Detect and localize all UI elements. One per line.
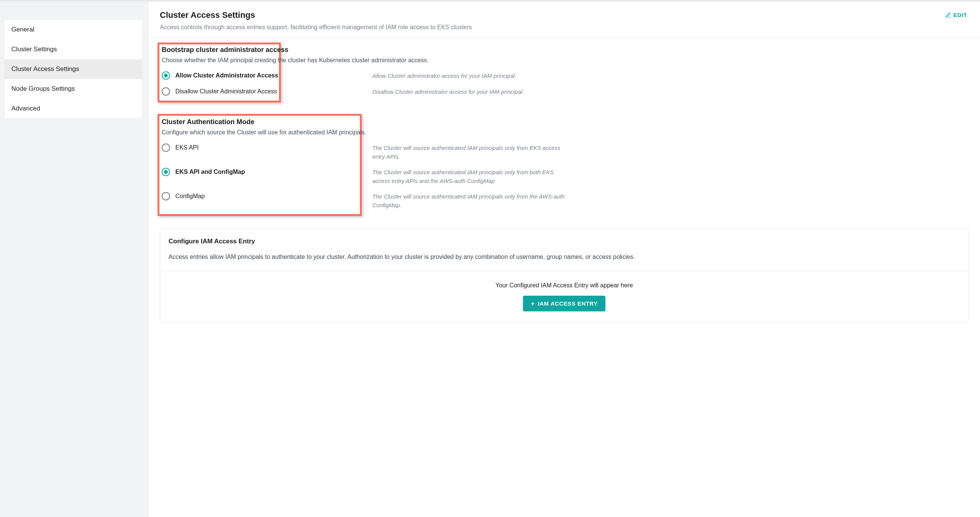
option-label: ConfigMap — [175, 193, 205, 200]
sidebar-item-general[interactable]: General — [5, 20, 142, 40]
iam-card-desc: Access entries allow IAM principals to a… — [169, 252, 960, 262]
option-allow-admin[interactable]: Allow Cluster Administrator Access Allow… — [162, 69, 572, 83]
edit-button-label: EDIT — [953, 12, 967, 18]
radio-eks-api-and-configmap[interactable] — [162, 168, 170, 176]
main-panel: Cluster Access Settings Access controls … — [148, 2, 980, 517]
option-label: Allow Cluster Administrator Access — [175, 72, 278, 79]
bootstrap-desc: Choose whether the IAM principal creatin… — [162, 57, 572, 64]
radio-allow-admin[interactable] — [162, 72, 170, 80]
option-help: Allow Cluster administrator access for y… — [372, 72, 516, 81]
settings-sidebar: General Cluster Settings Cluster Access … — [5, 20, 142, 118]
radio-disallow-admin[interactable] — [162, 87, 170, 95]
option-label: EKS API — [175, 144, 199, 151]
sidebar-item-cluster-access-settings[interactable]: Cluster Access Settings — [5, 59, 142, 79]
pencil-icon — [945, 12, 951, 18]
page-title: Cluster Access Settings — [160, 10, 472, 20]
option-label: EKS API and ConfigMap — [175, 169, 245, 175]
option-disallow-admin[interactable]: Disallow Cluster Administrator Access Di… — [162, 85, 572, 99]
iam-empty-message: Your Configured IAM Access Entry will ap… — [169, 282, 960, 289]
edit-button[interactable]: EDIT — [943, 10, 969, 20]
sidebar-item-cluster-settings[interactable]: Cluster Settings — [5, 40, 142, 59]
sidebar-item-advanced[interactable]: Advanced — [5, 99, 142, 118]
add-iam-access-entry-label: IAM ACCESS ENTRY — [538, 300, 598, 307]
option-help: The Cluster will source authenticated IA… — [372, 192, 570, 210]
option-label: Disallow Cluster Administrator Access — [175, 88, 277, 95]
radio-eks-api[interactable] — [162, 143, 170, 152]
iam-access-entry-card: Configure IAM Access Entry Access entrie… — [160, 229, 969, 322]
add-iam-access-entry-button[interactable]: + IAM ACCESS ENTRY — [523, 296, 605, 311]
radio-configmap[interactable] — [162, 192, 170, 200]
iam-card-title: Configure IAM Access Entry — [169, 238, 960, 245]
option-configmap[interactable]: ConfigMap The Cluster will source authen… — [162, 190, 572, 212]
auth-mode-section: Cluster Authentication Mode Configure wh… — [148, 108, 980, 222]
authmode-desc: Configure which source the Cluster will … — [162, 129, 572, 136]
option-eks-api[interactable]: EKS API The Cluster will source authenti… — [162, 141, 572, 163]
plus-icon: + — [531, 300, 535, 307]
page-subtitle: Access controls through access entries s… — [160, 24, 472, 31]
option-help: The Cluster will source authenticated IA… — [372, 143, 570, 161]
highlight-authmode: Cluster Authentication Mode Configure wh… — [158, 114, 362, 216]
sidebar-item-node-groups-settings[interactable]: Node Groups Settings — [5, 79, 142, 99]
highlight-bootstrap: Bootstrap cluster administrator access C… — [158, 43, 281, 102]
option-help: The Cluster will source authenticated IA… — [372, 168, 570, 185]
bootstrap-admin-section: Bootstrap cluster administrator access C… — [148, 38, 980, 108]
option-help: Disallow Cluster administrator access fo… — [372, 87, 524, 96]
bootstrap-title: Bootstrap cluster administrator access — [162, 46, 572, 54]
authmode-title: Cluster Authentication Mode — [162, 118, 572, 126]
option-eks-api-and-configmap[interactable]: EKS API and ConfigMap The Cluster will s… — [162, 165, 572, 188]
